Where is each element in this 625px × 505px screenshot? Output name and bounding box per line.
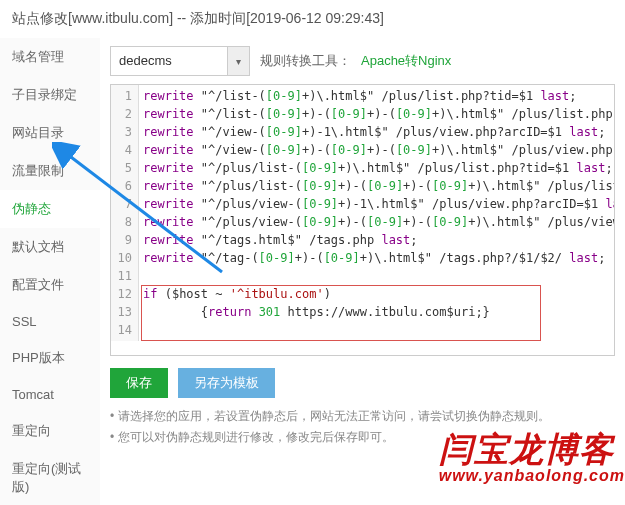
toolbar: dedecms ▾ 规则转换工具： Apache转Nginx	[110, 38, 615, 84]
page-title: 站点修改[www.itbulu.com] -- 添加时间[2019-06-12 …	[12, 10, 384, 26]
save-template-button[interactable]: 另存为模板	[178, 368, 275, 398]
page-header: 站点修改[www.itbulu.com] -- 添加时间[2019-06-12 …	[0, 0, 625, 38]
sidebar-item[interactable]: 重定向	[0, 412, 100, 450]
sidebar-item[interactable]: 配置文件	[0, 266, 100, 304]
sidebar-item[interactable]: SSL	[0, 304, 100, 339]
sidebar: 域名管理子目录绑定网站目录流量限制伪静态默认文档配置文件SSLPHP版本Tomc…	[0, 38, 100, 505]
code-editor[interactable]: 1234567891011121314 rewrite "^/list-([0-…	[110, 84, 615, 356]
sidebar-item[interactable]: PHP版本	[0, 339, 100, 377]
convert-label: 规则转换工具：	[260, 52, 351, 70]
chevron-down-icon: ▾	[227, 47, 249, 75]
sidebar-item[interactable]: Tomcat	[0, 377, 100, 412]
app-select[interactable]: dedecms ▾	[110, 46, 250, 76]
sidebar-item[interactable]: 域名管理	[0, 38, 100, 76]
button-row: 保存 另存为模板	[110, 356, 615, 406]
container: 域名管理子目录绑定网站目录流量限制伪静态默认文档配置文件SSLPHP版本Tomc…	[0, 38, 625, 505]
watermark-en: www.yanbaolong.com	[439, 467, 625, 485]
line-gutter: 1234567891011121314	[111, 85, 139, 341]
main-panel: dedecms ▾ 规则转换工具： Apache转Nginx 123456789…	[100, 38, 625, 505]
save-button[interactable]: 保存	[110, 368, 168, 398]
notes: • 请选择您的应用，若设置伪静态后，网站无法正常访问，请尝试切换伪静态规则。 •…	[110, 406, 615, 448]
sidebar-item[interactable]: 伪静态	[0, 190, 101, 228]
sidebar-item[interactable]: 网站目录	[0, 114, 100, 152]
sidebar-item[interactable]: 默认文档	[0, 228, 100, 266]
note-line: • 您可以对伪静态规则进行修改，修改完后保存即可。	[110, 427, 615, 448]
code-content[interactable]: rewrite "^/list-([0-9]+)\.html$" /plus/l…	[139, 85, 615, 341]
sidebar-item[interactable]: 流量限制	[0, 152, 100, 190]
sidebar-item[interactable]: 子目录绑定	[0, 76, 100, 114]
convert-link[interactable]: Apache转Nginx	[361, 52, 451, 70]
sidebar-item[interactable]: 重定向(测试版)	[0, 450, 100, 505]
note-line: • 请选择您的应用，若设置伪静态后，网站无法正常访问，请尝试切换伪静态规则。	[110, 406, 615, 427]
